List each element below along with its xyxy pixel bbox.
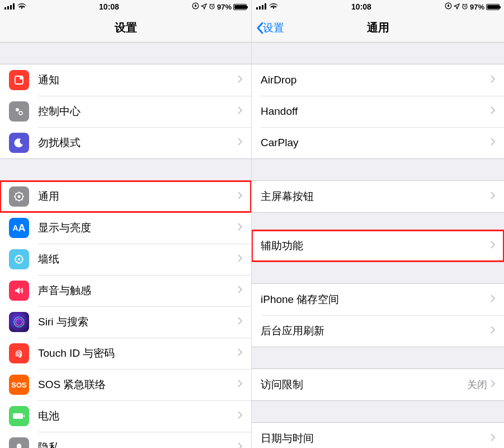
svg-rect-5	[195, 6, 196, 7]
row-label: 隐私	[38, 440, 238, 448]
row-siri[interactable]: Siri 与搜索	[0, 306, 251, 338]
battery-icon	[486, 4, 500, 10]
row-battery[interactable]: 电池	[0, 400, 251, 432]
row-control-center[interactable]: 控制中心	[0, 96, 251, 127]
row-label: 通用	[38, 189, 238, 204]
row-label: 访问限制	[261, 377, 467, 392]
row-storage[interactable]: iPhone 储存空间	[252, 284, 504, 315]
row-do-not-disturb[interactable]: 勿扰模式	[0, 127, 251, 158]
row-notifications[interactable]: 通知	[0, 64, 251, 96]
gear-icon	[9, 186, 29, 207]
svg-rect-38	[265, 3, 266, 10]
chevron-right-icon	[238, 75, 242, 85]
row-carplay[interactable]: CarPlay	[252, 127, 504, 158]
svg-rect-33	[13, 413, 23, 419]
chevron-right-icon	[491, 295, 495, 305]
chevron-right-icon	[238, 138, 242, 148]
svg-point-9	[16, 108, 19, 111]
svg-point-25	[15, 259, 17, 260]
row-wallpaper[interactable]: 墙纸	[0, 244, 251, 275]
row-label: Siri 与搜索	[38, 315, 238, 329]
alarm-icon	[209, 3, 215, 11]
nav-bar: 设置 通用	[252, 13, 504, 43]
chevron-right-icon	[238, 106, 242, 116]
svg-point-8	[20, 76, 23, 80]
section-gap	[252, 213, 504, 230]
svg-rect-35	[256, 7, 258, 10]
status-bar: 10:08 97%	[252, 0, 504, 13]
location-icon	[201, 3, 207, 11]
rotation-lock-icon	[192, 2, 199, 11]
chevron-right-icon	[238, 442, 242, 448]
section-gap	[252, 347, 504, 368]
row-general[interactable]: 通用	[0, 181, 251, 212]
section-gap	[252, 401, 504, 422]
general-group-2: 主屏幕按钮	[252, 180, 504, 213]
row-label: 日期与时间	[261, 431, 491, 446]
row-sounds[interactable]: 声音与触感	[0, 275, 251, 306]
section-gap	[252, 159, 504, 180]
nav-bar: 设置	[0, 13, 251, 43]
signal-icon	[256, 3, 266, 11]
chevron-right-icon	[491, 75, 495, 85]
row-label: Touch ID 与密码	[38, 346, 238, 361]
row-touchid[interactable]: Touch ID 与密码	[0, 338, 251, 369]
chevron-right-icon	[238, 348, 242, 358]
row-restrictions[interactable]: 访问限制 关闭	[252, 369, 504, 400]
row-label: 墙纸	[38, 252, 238, 267]
section-gap	[0, 159, 251, 180]
wifi-icon	[269, 3, 278, 11]
svg-rect-0	[4, 7, 6, 10]
chevron-right-icon	[238, 286, 242, 296]
settings-screen: 10:08 97% 设置	[0, 0, 252, 448]
row-display[interactable]: AA 显示与亮度	[0, 212, 251, 244]
row-label: Handoff	[261, 105, 491, 118]
row-date-time[interactable]: 日期与时间	[252, 423, 504, 448]
location-icon	[454, 3, 460, 11]
svg-rect-3	[13, 3, 15, 10]
fingerprint-icon	[9, 343, 29, 363]
chevron-right-icon	[238, 317, 242, 327]
svg-point-29	[16, 261, 18, 263]
row-label: 勿扰模式	[38, 136, 238, 150]
section-gap	[252, 43, 504, 64]
svg-point-27	[16, 256, 18, 258]
back-label: 设置	[263, 21, 284, 35]
row-background-refresh[interactable]: 后台应用刷新	[252, 315, 504, 347]
privacy-icon	[9, 437, 29, 448]
svg-point-12	[18, 195, 21, 198]
row-label: 通知	[38, 73, 238, 87]
rotation-lock-icon	[445, 2, 452, 11]
row-label: CarPlay	[261, 137, 491, 149]
svg-rect-34	[23, 415, 25, 417]
notifications-icon	[9, 70, 29, 90]
chevron-right-icon	[491, 192, 495, 202]
chevron-right-icon	[238, 380, 242, 390]
row-handoff[interactable]: Handoff	[252, 96, 504, 127]
row-label: 电池	[38, 409, 238, 423]
dnd-icon	[9, 133, 29, 153]
row-privacy[interactable]: 隐私	[0, 432, 251, 448]
row-label: iPhone 储存空间	[261, 292, 491, 307]
row-home-button[interactable]: 主屏幕按钮	[252, 181, 504, 212]
general-group-5: 访问限制 关闭	[252, 368, 504, 401]
row-accessibility[interactable]: 辅助功能	[252, 230, 504, 262]
chevron-right-icon	[238, 411, 242, 421]
page-title: 通用	[367, 20, 389, 35]
row-value: 关闭	[467, 378, 487, 391]
svg-point-23	[18, 255, 20, 257]
siri-icon	[9, 312, 29, 332]
svg-rect-36	[259, 6, 261, 10]
svg-rect-37	[262, 5, 263, 10]
sounds-icon	[9, 281, 29, 301]
chevron-right-icon	[491, 138, 495, 148]
battery-icon	[233, 4, 247, 10]
row-airdrop[interactable]: AirDrop	[252, 64, 504, 96]
chevron-right-icon	[238, 223, 242, 233]
svg-point-24	[18, 262, 20, 264]
back-button[interactable]: 设置	[256, 21, 284, 35]
chevron-right-icon	[491, 326, 495, 336]
page-title: 设置	[115, 20, 137, 35]
row-sos[interactable]: SOS SOS 紧急联络	[0, 369, 251, 400]
signal-icon	[4, 3, 15, 11]
